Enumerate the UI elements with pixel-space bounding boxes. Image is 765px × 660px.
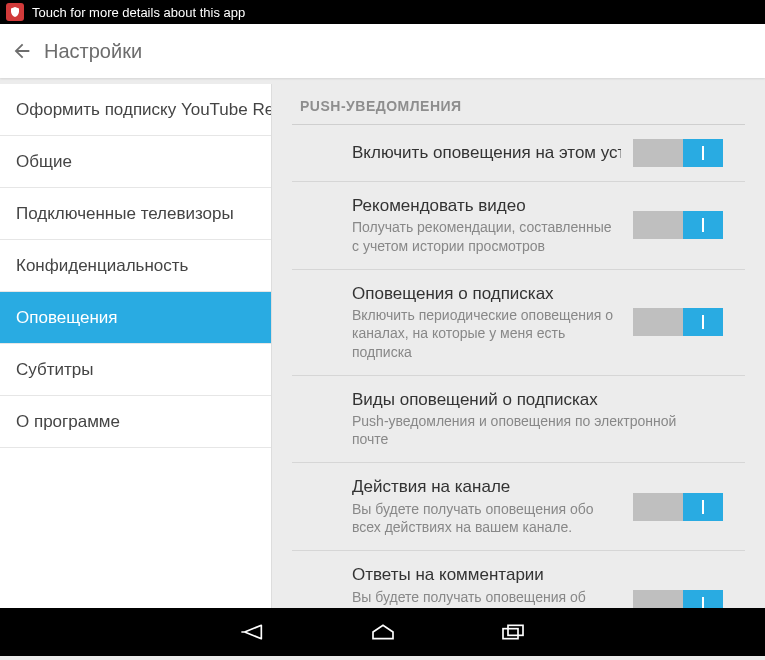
nav-recent-button[interactable] (493, 612, 533, 652)
status-text: Touch for more details about this app (32, 5, 245, 20)
nav-back-button[interactable] (233, 612, 273, 652)
sidebar-item-captions[interactable]: Субтитры (0, 344, 271, 396)
setting-comment-replies[interactable]: Ответы на комментарии Вы будете получать… (292, 551, 745, 608)
svg-rect-1 (508, 625, 523, 635)
sidebar-item-privacy[interactable]: Конфиденциальность (0, 240, 271, 292)
page-title: Настройки (44, 40, 142, 63)
navigation-bar (0, 608, 765, 656)
setting-enable-notifications[interactable]: Включить оповещения на этом устройстве (292, 125, 745, 182)
sidebar-item-label: О программе (16, 412, 120, 432)
sidebar-item-label: Конфиденциальность (16, 256, 188, 276)
back-button[interactable] (8, 37, 36, 65)
setting-desc: Вы будете получать оповещения обо всех д… (352, 500, 621, 536)
sidebar-item-general[interactable]: Общие (0, 136, 271, 188)
setting-desc: Получать рекомендации, составленные с уч… (352, 218, 621, 254)
setting-title: Ответы на комментарии (352, 565, 621, 585)
toggle-channel-activity[interactable] (633, 493, 723, 521)
setting-desc: Включить периодические оповещения о кана… (352, 306, 621, 361)
toggle-subscription-notifications[interactable] (633, 308, 723, 336)
setting-recommend-videos[interactable]: Рекомендовать видео Получать рекомендаци… (292, 182, 745, 270)
sidebar-item-about[interactable]: О программе (0, 396, 271, 448)
sidebar-item-notifications[interactable]: Оповещения (0, 292, 271, 344)
toggle-comment-replies[interactable] (633, 590, 723, 608)
sidebar-item-label: Субтитры (16, 360, 93, 380)
setting-channel-activity[interactable]: Действия на канале Вы будете получать оп… (292, 463, 745, 551)
sidebar-item-label: Подключенные телевизоры (16, 204, 234, 224)
setting-title: Оповещения о подписках (352, 284, 621, 304)
setting-notification-types[interactable]: Виды оповещений о подписках Push-уведомл… (292, 376, 745, 464)
app-shield-icon (6, 3, 24, 21)
setting-title: Виды оповещений о подписках (352, 390, 711, 410)
setting-title: Рекомендовать видео (352, 196, 621, 216)
sidebar-item-label: Оповещения (16, 308, 118, 328)
app-header: Настройки (0, 24, 765, 78)
nav-home-button[interactable] (363, 612, 403, 652)
settings-sidebar: Оформить подписку YouTube Red Общие Подк… (0, 84, 272, 608)
setting-subscription-notifications[interactable]: Оповещения о подписках Включить периодич… (292, 270, 745, 376)
setting-title: Действия на канале (352, 477, 621, 497)
svg-rect-0 (503, 629, 518, 639)
setting-title: Включить оповещения на этом устройстве (352, 143, 621, 163)
sidebar-item-label: Оформить подписку YouTube Red (16, 100, 271, 120)
settings-panel: PUSH-УВЕДОМЛЕНИЯ Включить оповещения на … (272, 78, 765, 608)
sidebar-item-label: Общие (16, 152, 72, 172)
toggle-enable-notifications[interactable] (633, 139, 723, 167)
status-bar[interactable]: Touch for more details about this app (0, 0, 765, 24)
section-header-push: PUSH-УВЕДОМЛЕНИЯ (272, 88, 765, 124)
toggle-recommend-videos[interactable] (633, 211, 723, 239)
content-area: Оформить подписку YouTube Red Общие Подк… (0, 78, 765, 608)
sidebar-item-connected-tvs[interactable]: Подключенные телевизоры (0, 188, 271, 240)
setting-desc: Вы будете получать оповещения об ответах… (352, 588, 621, 608)
setting-desc: Push-уведомления и оповещения по электро… (352, 412, 711, 448)
sidebar-item-subscribe[interactable]: Оформить подписку YouTube Red (0, 84, 271, 136)
